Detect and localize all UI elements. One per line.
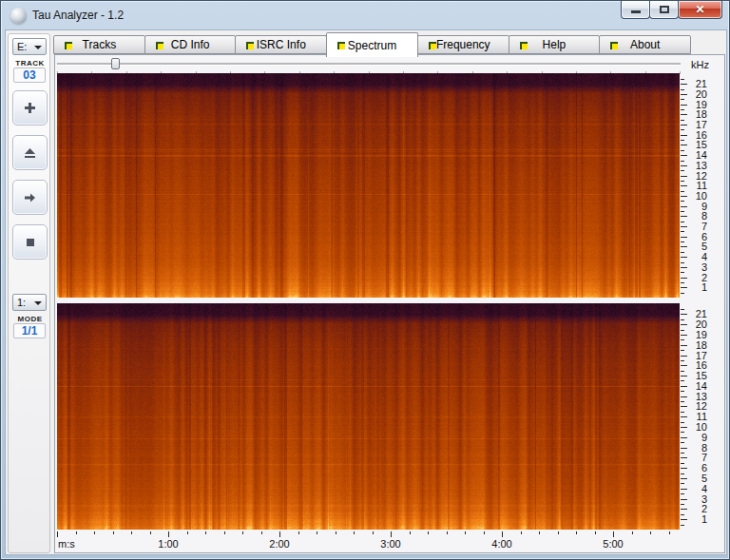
time-tick	[410, 531, 411, 534]
slider-track[interactable]	[57, 63, 681, 66]
freq-tick-label: 20	[690, 89, 707, 100]
freq-tick-label: 19	[690, 100, 707, 110]
freq-tick-label: 3	[690, 262, 707, 273]
time-tick	[187, 531, 188, 534]
freq-tick	[681, 155, 687, 156]
tab-cd-info[interactable]: CD Info	[144, 35, 237, 54]
freq-tick	[681, 211, 684, 212]
freq-tick	[681, 222, 684, 222]
freq-tick	[681, 427, 687, 428]
session-select[interactable]: 1:	[12, 294, 47, 311]
minimize-button[interactable]	[621, 1, 650, 19]
maximize-button[interactable]	[649, 1, 679, 19]
freq-tick	[681, 185, 687, 186]
time-tick	[428, 531, 429, 534]
time-tick	[336, 531, 336, 534]
tab-isrc-info[interactable]: ISRC Info	[235, 35, 327, 54]
time-tick	[224, 531, 225, 534]
time-tick	[150, 531, 151, 534]
tab-led-icon	[156, 42, 163, 49]
freq-tick	[681, 345, 687, 346]
tab-led-icon	[429, 42, 436, 49]
tab-bar: Tracks CD Info ISRC Info Spectrum Freque…	[54, 32, 691, 55]
session-select-value: 1:	[17, 297, 26, 308]
drive-select[interactable]: E:	[12, 38, 47, 55]
freq-tick-label: 15	[690, 371, 707, 381]
time-tick	[131, 531, 132, 534]
freq-tick	[681, 293, 684, 294]
minimize-icon	[631, 10, 641, 13]
freq-tick	[681, 282, 684, 283]
freq-tick	[681, 525, 684, 526]
eject-icon	[25, 148, 35, 158]
freq-tick	[681, 216, 687, 217]
freq-tick	[681, 319, 684, 320]
app-icon[interactable]	[10, 8, 27, 24]
track-number: 03	[13, 68, 46, 83]
stop-button[interactable]	[12, 224, 48, 260]
eject-button[interactable]	[12, 135, 48, 170]
spectrum-panel: kHz 123456789101112131415161718192021 12…	[54, 54, 725, 553]
add-button[interactable]	[12, 90, 48, 126]
freq-tick	[681, 489, 687, 490]
position-slider[interactable]	[57, 57, 681, 70]
close-button[interactable]: ✕	[678, 1, 722, 19]
freq-tick-label: 20	[690, 319, 707, 330]
time-tick-label: 1:00	[152, 538, 184, 550]
freq-tick	[681, 442, 684, 443]
freq-tick	[681, 324, 687, 325]
chevron-down-icon	[34, 301, 42, 305]
freq-tick	[681, 493, 684, 494]
freq-tick	[681, 191, 684, 192]
freq-tick	[681, 252, 684, 253]
freq-tick	[681, 504, 684, 505]
tab-label: Frequency	[436, 38, 490, 51]
freq-tick	[681, 241, 684, 242]
freq-tick	[681, 267, 687, 268]
freq-tick	[681, 453, 684, 454]
tab-frequency[interactable]: Frequency	[417, 35, 509, 54]
freq-tick	[681, 406, 687, 407]
tab-spectrum[interactable]: Spectrum	[326, 32, 418, 57]
slider-thumb[interactable]	[111, 58, 120, 69]
next-button[interactable]	[12, 180, 48, 215]
time-tick	[242, 531, 243, 534]
freq-tick	[681, 120, 684, 121]
freq-tick	[681, 432, 684, 433]
freq-tick	[681, 135, 687, 136]
freq-tick	[681, 401, 684, 402]
freq-unit-label: kHz	[691, 59, 709, 70]
tab-led-icon	[520, 42, 528, 49]
freq-tick-label: 16	[690, 360, 707, 371]
freq-tick	[681, 161, 684, 162]
time-tick	[465, 531, 466, 534]
freq-tick	[681, 287, 687, 288]
tab-about[interactable]: About	[599, 35, 691, 54]
stop-icon	[26, 238, 35, 247]
freq-tick-label: 6	[690, 463, 707, 473]
freq-tick-label: 4	[690, 484, 707, 494]
freq-tick-label: 10	[690, 422, 707, 433]
time-tick	[595, 531, 596, 534]
tab-tracks[interactable]: Tracks	[53, 35, 145, 54]
freq-tick-label: 16	[690, 130, 707, 141]
time-tick	[613, 531, 614, 537]
freq-tick	[681, 176, 687, 177]
freq-tick-label: 14	[690, 150, 707, 161]
freq-tick	[681, 246, 687, 247]
tab-help[interactable]: Help	[509, 35, 601, 54]
freq-tick	[681, 114, 687, 115]
tab-label: About	[630, 38, 660, 51]
freq-tick-label: 3	[690, 494, 707, 505]
freq-tick	[681, 330, 684, 331]
freq-axis-2: 123456789101112131415161718192021	[680, 303, 725, 530]
time-tick-label: 4:00	[486, 538, 518, 550]
freq-tick-label: 2	[690, 273, 707, 283]
title-bar[interactable]: Tau Analyzer - 1.2 ✕	[2, 2, 728, 29]
time-tick	[354, 531, 355, 534]
freq-tick-label: 7	[690, 222, 707, 232]
time-tick	[57, 531, 58, 537]
time-tick	[113, 531, 114, 534]
freq-tick	[681, 309, 684, 310]
freq-tick-label: 13	[690, 161, 707, 171]
